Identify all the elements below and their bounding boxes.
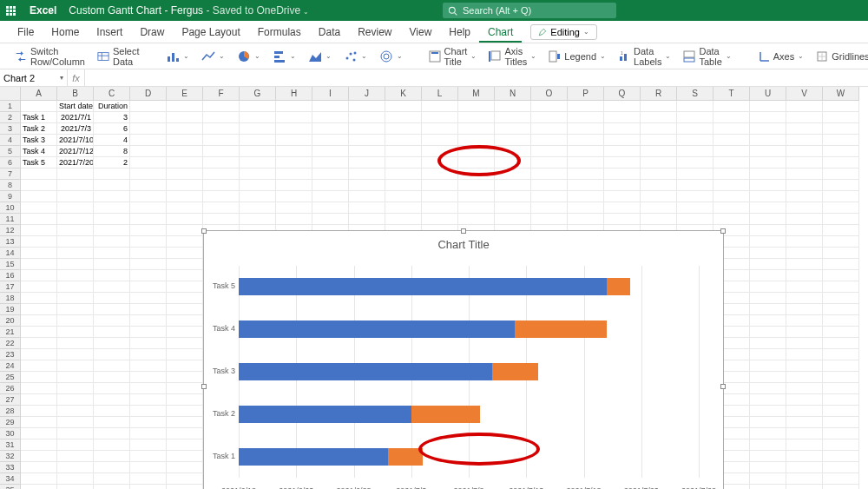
cell[interactable] bbox=[786, 406, 823, 417]
cell[interactable] bbox=[94, 281, 130, 293]
cell[interactable] bbox=[750, 406, 786, 417]
chart-type-scatter[interactable]: ⌄ bbox=[339, 47, 372, 66]
cell[interactable] bbox=[130, 180, 167, 191]
cell[interactable] bbox=[750, 236, 786, 248]
bar-segment-start[interactable] bbox=[239, 320, 515, 338]
cell[interactable] bbox=[240, 191, 276, 202]
cell[interactable] bbox=[203, 112, 240, 123]
cell[interactable] bbox=[823, 236, 859, 248]
cell[interactable] bbox=[276, 180, 312, 191]
cell[interactable] bbox=[167, 304, 203, 315]
chart-type-other[interactable]: ⌄ bbox=[375, 47, 407, 66]
cell[interactable]: Task 3 bbox=[21, 135, 57, 146]
cell[interactable] bbox=[786, 417, 823, 428]
cell[interactable] bbox=[422, 146, 458, 157]
cell[interactable] bbox=[823, 225, 859, 236]
cell[interactable] bbox=[130, 428, 167, 439]
cell[interactable] bbox=[94, 214, 130, 225]
cell[interactable] bbox=[21, 202, 57, 214]
cell[interactable] bbox=[750, 439, 786, 451]
cell[interactable] bbox=[349, 180, 385, 191]
cell[interactable] bbox=[823, 349, 859, 360]
cell[interactable] bbox=[167, 485, 203, 489]
cell[interactable] bbox=[531, 180, 568, 191]
cell[interactable] bbox=[677, 135, 713, 146]
column-header[interactable]: D bbox=[130, 87, 167, 101]
cell[interactable] bbox=[713, 169, 750, 180]
cell[interactable] bbox=[312, 180, 349, 191]
cell[interactable] bbox=[130, 135, 167, 146]
cell[interactable] bbox=[641, 157, 677, 169]
row-header[interactable]: 16 bbox=[0, 270, 21, 281]
column-header[interactable]: L bbox=[422, 87, 458, 101]
cell[interactable] bbox=[385, 146, 422, 157]
cell[interactable] bbox=[713, 146, 750, 157]
cell[interactable] bbox=[276, 202, 312, 214]
row-header[interactable]: 15 bbox=[0, 259, 21, 270]
data-labels-button[interactable]: 1Data Labels⌄ bbox=[614, 43, 675, 69]
cell[interactable] bbox=[385, 180, 422, 191]
cell[interactable] bbox=[531, 123, 568, 135]
row-header[interactable]: 11 bbox=[0, 214, 21, 225]
cell[interactable] bbox=[786, 214, 823, 225]
chart-resize-handle[interactable] bbox=[461, 228, 466, 234]
cell[interactable] bbox=[786, 180, 823, 191]
tab-chart[interactable]: Chart bbox=[479, 22, 522, 43]
cell[interactable] bbox=[167, 259, 203, 270]
row-header[interactable]: 1 bbox=[0, 101, 21, 112]
tab-help[interactable]: Help bbox=[440, 22, 479, 43]
cell[interactable] bbox=[568, 135, 604, 146]
cell[interactable] bbox=[57, 225, 94, 236]
cell[interactable] bbox=[786, 315, 823, 327]
cell[interactable] bbox=[240, 101, 276, 112]
cell[interactable] bbox=[21, 338, 57, 349]
cell[interactable] bbox=[786, 225, 823, 236]
cell[interactable] bbox=[750, 146, 786, 157]
cell[interactable] bbox=[531, 169, 568, 180]
cell[interactable] bbox=[786, 372, 823, 383]
cell[interactable] bbox=[167, 180, 203, 191]
row-header[interactable]: 29 bbox=[0, 417, 21, 428]
cell[interactable] bbox=[786, 327, 823, 338]
cell[interactable] bbox=[604, 112, 641, 123]
cell[interactable] bbox=[94, 338, 130, 349]
cell[interactable]: Task 5 bbox=[21, 157, 57, 169]
cell[interactable] bbox=[130, 315, 167, 327]
cell[interactable] bbox=[167, 281, 203, 293]
editing-mode-button[interactable]: Editing⌄ bbox=[530, 24, 597, 40]
cell[interactable] bbox=[641, 214, 677, 225]
cell[interactable] bbox=[130, 248, 167, 259]
cell[interactable] bbox=[57, 327, 94, 338]
cell[interactable] bbox=[349, 202, 385, 214]
cell[interactable] bbox=[568, 202, 604, 214]
cell[interactable] bbox=[750, 349, 786, 360]
cell[interactable] bbox=[203, 191, 240, 202]
cell[interactable] bbox=[385, 101, 422, 112]
row-header[interactable]: 23 bbox=[0, 349, 21, 360]
cell[interactable] bbox=[94, 180, 130, 191]
cell[interactable] bbox=[167, 383, 203, 394]
row-header[interactable]: 33 bbox=[0, 462, 21, 473]
cell[interactable] bbox=[21, 180, 57, 191]
cell[interactable]: Start date bbox=[57, 101, 94, 112]
cell[interactable] bbox=[531, 101, 568, 112]
cell[interactable] bbox=[823, 428, 859, 439]
cell[interactable] bbox=[495, 191, 531, 202]
cell[interactable] bbox=[57, 191, 94, 202]
cell[interactable] bbox=[641, 101, 677, 112]
cell[interactable] bbox=[94, 485, 130, 489]
cell[interactable] bbox=[130, 259, 167, 270]
cell[interactable] bbox=[349, 123, 385, 135]
cell[interactable] bbox=[604, 101, 641, 112]
spreadsheet-grid[interactable]: ABCDEFGHIJKLMNOPQRSTUVW 1Start dateDurat… bbox=[0, 87, 868, 489]
cell[interactable] bbox=[167, 315, 203, 327]
cell[interactable] bbox=[823, 112, 859, 123]
cell[interactable] bbox=[750, 293, 786, 304]
cell[interactable] bbox=[823, 383, 859, 394]
cell[interactable] bbox=[786, 157, 823, 169]
cell[interactable] bbox=[167, 406, 203, 417]
cell[interactable] bbox=[823, 360, 859, 372]
cell[interactable] bbox=[167, 135, 203, 146]
bar-segment-duration[interactable] bbox=[388, 448, 423, 466]
cell[interactable] bbox=[203, 146, 240, 157]
